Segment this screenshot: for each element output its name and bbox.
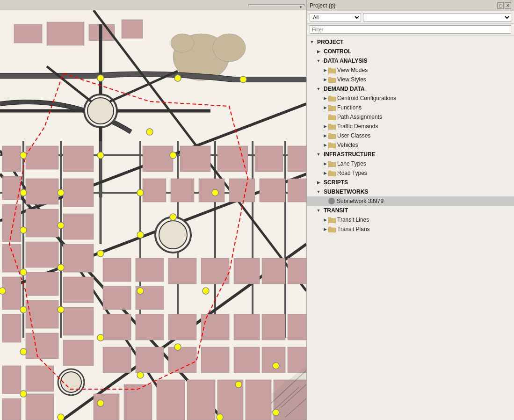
- restore-button[interactable]: ◻: [497, 2, 504, 9]
- node-label-transit: TRANSIT: [324, 207, 512, 214]
- filter-value-select[interactable]: [363, 13, 511, 22]
- svg-rect-40: [171, 179, 194, 202]
- tree-area[interactable]: ▼PROJECT▶CONTROL▼DATA ANALYSIS▶ View Mod…: [307, 36, 514, 420]
- node-label-vehicles: Vehicles: [337, 142, 512, 148]
- svg-rect-39: [143, 179, 166, 202]
- tree-node-infrastructure[interactable]: ▼INFRASTRUCTURE: [307, 150, 514, 159]
- svg-point-88: [146, 129, 153, 135]
- filter-row: All: [307, 11, 514, 24]
- svg-rect-1: [14, 24, 42, 43]
- svg-rect-21: [26, 179, 58, 204]
- tree-node-data-analysis[interactable]: ▼DATA ANALYSIS: [307, 56, 514, 65]
- expander-user-classes[interactable]: ▶: [322, 132, 328, 139]
- svg-point-105: [58, 306, 64, 313]
- svg-rect-77: [246, 380, 271, 420]
- tree-node-view-modes[interactable]: ▶ View Modes: [307, 65, 514, 75]
- expander-demand-data[interactable]: ▼: [315, 86, 322, 92]
- svg-rect-45: [103, 258, 131, 282]
- tree-node-transit[interactable]: ▼TRANSIT: [307, 206, 514, 215]
- svg-rect-66: [262, 347, 285, 373]
- filter-input[interactable]: [310, 25, 511, 34]
- expander-data-analysis[interactable]: ▼: [315, 58, 322, 64]
- svg-rect-37: [255, 146, 283, 172]
- svg-rect-29: [63, 214, 94, 239]
- folder-icon-functions: [328, 104, 336, 111]
- tree-node-road-types[interactable]: ▶ Road Types: [307, 168, 514, 178]
- svg-rect-27: [63, 146, 94, 172]
- node-label-data-analysis: DATA ANALYSIS: [324, 58, 512, 64]
- svg-point-89: [170, 152, 176, 159]
- tree-node-scripts[interactable]: ▶SCRIPTS: [307, 178, 514, 187]
- tree-node-vehicles[interactable]: ▶ Vehicles: [307, 140, 514, 150]
- expander-traffic-demands[interactable]: ▶: [322, 123, 328, 130]
- svg-rect-22: [26, 209, 58, 237]
- svg-point-98: [20, 227, 27, 233]
- tree-node-user-classes[interactable]: ▶ User Classes: [307, 131, 514, 140]
- svg-rect-47: [103, 286, 131, 310]
- tree-node-lane-types[interactable]: ▶ Lane Types: [307, 159, 514, 168]
- node-label-subnetworks: SUBNETWORKS: [324, 188, 512, 195]
- svg-rect-63: [168, 347, 196, 373]
- tree-node-path-assignments[interactable]: Path Assignments: [307, 112, 514, 122]
- svg-rect-19: [2, 314, 21, 342]
- svg-point-87: [240, 76, 246, 83]
- expander-functions[interactable]: ▶: [322, 104, 328, 111]
- close-button[interactable]: ✕: [505, 2, 511, 9]
- svg-point-7: [171, 34, 194, 52]
- svg-rect-41: [199, 179, 224, 202]
- svg-rect-35: [180, 146, 210, 172]
- node-label-traffic-demands: Traffic Demands: [337, 123, 512, 130]
- tree-node-view-styles[interactable]: ▶ View Styles: [307, 75, 514, 84]
- folder-icon-view-styles: [328, 76, 336, 83]
- tree-node-project[interactable]: ▼PROJECT: [307, 37, 514, 47]
- node-label-lane-types: Lane Types: [337, 160, 512, 167]
- expander-transit[interactable]: ▼: [315, 207, 322, 214]
- svg-rect-23: [26, 242, 58, 268]
- svg-rect-18: [2, 277, 21, 310]
- map-dropdown[interactable]: [248, 4, 304, 6]
- expander-subnetworks[interactable]: ▼: [315, 188, 322, 195]
- svg-rect-55: [136, 314, 164, 340]
- tree-node-transit-plans[interactable]: ▶ Transit Plans: [307, 224, 514, 234]
- svg-rect-69: [2, 398, 21, 420]
- tree-node-traffic-demands[interactable]: ▶ Traffic Demands: [307, 122, 514, 131]
- tree-node-centroid-configs[interactable]: ▶ Centroid Configurations: [307, 94, 514, 103]
- expander-transit-lines[interactable]: ▶: [322, 217, 328, 223]
- expander-view-modes[interactable]: ▶: [322, 67, 328, 73]
- expander-control[interactable]: ▶: [315, 48, 322, 55]
- filter-type-select[interactable]: All: [310, 13, 361, 22]
- window-buttons: ◻ ✕: [497, 2, 511, 9]
- tree-node-subnetworks[interactable]: ▼SUBNETWORKS: [307, 187, 514, 196]
- folder-icon-centroid-configs: [328, 95, 336, 101]
- tree-node-demand-data[interactable]: ▼DEMAND DATA: [307, 84, 514, 94]
- tree-node-functions[interactable]: ▶ Functions: [307, 103, 514, 112]
- svg-rect-33: [63, 340, 94, 366]
- svg-rect-60: [288, 314, 306, 340]
- svg-point-107: [97, 334, 104, 341]
- tree-node-subnetwork-33979[interactable]: Subnetwork 33979: [307, 196, 514, 206]
- svg-rect-34: [143, 146, 173, 172]
- svg-rect-14: [2, 146, 21, 172]
- expander-scripts[interactable]: ▶: [315, 179, 322, 186]
- svg-point-95: [212, 189, 218, 196]
- folder-icon-road-types: [328, 170, 336, 176]
- tree-node-transit-lines[interactable]: ▶ Transit Lines: [307, 215, 514, 224]
- expander-vehicles[interactable]: ▶: [322, 142, 328, 148]
- node-label-control: CONTROL: [324, 48, 512, 55]
- expander-centroid-configs[interactable]: ▶: [322, 95, 328, 101]
- folder-icon-transit-plans: [328, 226, 336, 232]
- expander-project[interactable]: ▼: [309, 39, 315, 45]
- expander-road-types[interactable]: ▶: [322, 170, 328, 176]
- map-area[interactable]: [0, 0, 306, 420]
- expander-infrastructure[interactable]: ▼: [315, 151, 322, 158]
- svg-rect-2: [47, 22, 84, 45]
- svg-rect-57: [201, 314, 229, 340]
- tree-node-control[interactable]: ▶CONTROL: [307, 47, 514, 56]
- svg-rect-32: [63, 307, 94, 335]
- svg-point-104: [137, 288, 144, 294]
- expander-transit-plans[interactable]: ▶: [322, 226, 328, 232]
- svg-point-102: [97, 250, 104, 257]
- svg-rect-51: [234, 258, 260, 284]
- expander-view-styles[interactable]: ▶: [322, 76, 328, 83]
- expander-lane-types[interactable]: ▶: [322, 160, 328, 167]
